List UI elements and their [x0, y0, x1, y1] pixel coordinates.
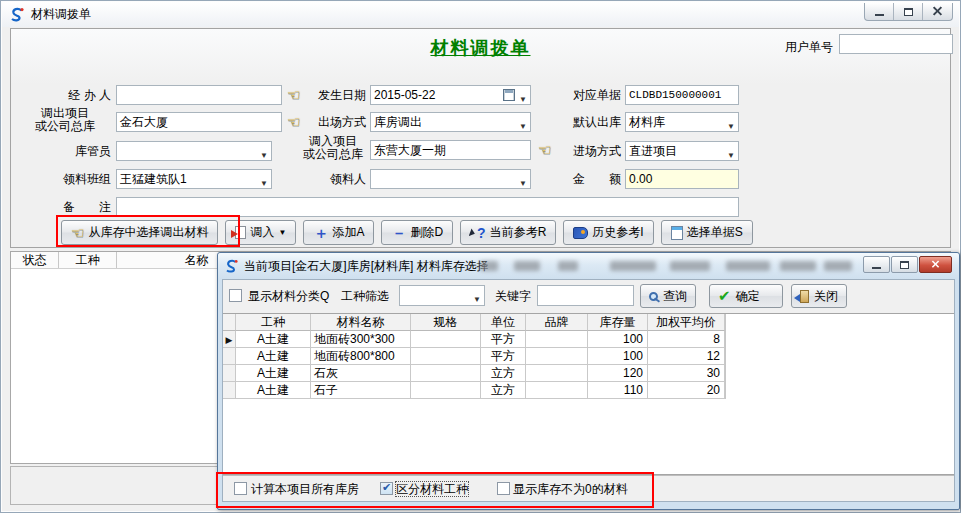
chevron-down-icon: ▼ — [278, 228, 286, 237]
current-row-icon: ▶ — [226, 335, 233, 345]
table-row[interactable]: A土建 石子 立方 110 20 — [223, 382, 725, 399]
worktype-filter-label: 工种筛选 — [341, 289, 389, 303]
show-nonzero-label[interactable]: 显示库存不为0的材料 — [513, 482, 628, 496]
inventory-table: 工种 材料名称 规格 单位 品牌 库存量 加权平均价 ▶ A土建 地面砖300*… — [223, 314, 726, 399]
transfer-in-icon — [235, 226, 246, 239]
delete-button[interactable]: －删除D — [381, 220, 453, 245]
redacted-text — [726, 261, 770, 271]
select-from-stock-button[interactable]: ☜从库存中选择调出材料 — [61, 220, 218, 245]
minus-icon: － — [391, 226, 406, 240]
hand-picker-icon[interactable]: ☜ — [287, 113, 300, 131]
add-button[interactable]: ＋添加A — [303, 220, 374, 245]
show-category-checkbox[interactable] — [229, 289, 242, 302]
inmode-select[interactable]: 直进项目▼ — [625, 141, 739, 161]
col-status[interactable]: 状态 — [11, 252, 59, 268]
col-material-name[interactable]: 材料名称 — [311, 314, 411, 331]
chevron-down-icon: ▼ — [727, 147, 735, 165]
transfer-in-button[interactable]: 调入▼ — [225, 220, 296, 245]
question-icon: ? — [477, 225, 486, 241]
dialog-maximize-button[interactable] — [891, 256, 918, 273]
col-worktype[interactable]: 工种 — [59, 252, 117, 268]
maximize-icon — [900, 261, 909, 269]
chevron-down-icon: ▼ — [473, 291, 481, 309]
notepad-icon — [671, 226, 683, 240]
selector-column-header — [223, 314, 236, 331]
dialog-client-area: 显示材料分类Q 工种筛选 ▼ 关键字 查询 ✔确定 关闭 工种 材料名称 规格 … — [222, 279, 955, 502]
minimize-icon — [875, 8, 884, 16]
hand-icon: ☜ — [71, 224, 84, 242]
outmode-label: 出场方式 — [301, 112, 366, 132]
default-store-select[interactable]: 材料库▼ — [625, 112, 739, 132]
redacted-text — [780, 261, 816, 271]
amount-input[interactable]: 0.00 — [625, 169, 739, 189]
table-row[interactable]: A土建 地面砖800*800 平方 100 12 — [223, 348, 725, 365]
close-icon — [931, 260, 940, 269]
show-nonzero-checkbox[interactable] — [497, 482, 510, 495]
date-label: 发生日期 — [301, 85, 366, 105]
ok-button[interactable]: ✔确定 — [709, 284, 783, 308]
chevron-down-icon: ▼ — [260, 147, 268, 165]
remark-input[interactable] — [116, 197, 739, 217]
calc-all-checkbox[interactable] — [234, 482, 247, 495]
table-row[interactable]: A土建 石灰 立方 120 30 — [223, 365, 725, 382]
close-button[interactable] — [923, 3, 952, 20]
keeper-select[interactable]: ▼ — [116, 141, 272, 161]
doc-no-label: 对应单据 — [556, 85, 621, 105]
hand-picker-icon[interactable]: ☜ — [287, 86, 300, 104]
out-project-input[interactable]: 金石大厦 — [116, 112, 282, 132]
user-no-label: 用户单号 — [785, 37, 833, 57]
minimize-button[interactable] — [865, 3, 894, 20]
chevron-down-icon: ▼ — [260, 175, 268, 193]
team-select[interactable]: 王猛建筑队1▼ — [116, 169, 272, 189]
operator-label: 经 办 人 — [41, 85, 111, 105]
book-icon — [573, 227, 588, 239]
col-avg-price[interactable]: 加权平均价 — [648, 314, 725, 331]
redacted-text — [558, 261, 578, 271]
close-dialog-button[interactable]: 关闭 — [791, 284, 847, 308]
plus-icon: ＋ — [313, 226, 328, 240]
minimize-icon — [872, 261, 881, 269]
col-spec[interactable]: 规格 — [411, 314, 481, 331]
default-store-label: 默认出库 — [556, 112, 621, 132]
user-no-input[interactable] — [839, 34, 953, 54]
col-stock-qty[interactable]: 库存量 — [588, 314, 648, 331]
outmode-select[interactable]: 库房调出▼ — [370, 112, 531, 132]
select-doc-button[interactable]: 选择单据S — [661, 220, 753, 245]
dialog-window-controls — [863, 256, 952, 273]
in-project-input[interactable]: 东营大厦一期 — [370, 140, 531, 160]
search-icon — [649, 292, 658, 301]
close-icon — [932, 6, 943, 17]
maximize-button[interactable] — [894, 3, 923, 20]
show-category-label[interactable]: 显示材料分类Q — [248, 289, 329, 303]
inventory-panel: 工种 材料名称 规格 单位 品牌 库存量 加权平均价 ▶ A土建 地面砖300*… — [223, 313, 954, 475]
table-row[interactable]: ▶ A土建 地面砖300*300 平方 100 8 — [223, 331, 725, 348]
worktype-filter-select[interactable]: ▼ — [399, 285, 485, 306]
picker-label: 领料人 — [301, 169, 366, 189]
col-worktype[interactable]: 工种 — [236, 314, 311, 331]
operator-input[interactable] — [116, 85, 282, 105]
chevron-down-icon[interactable]: ▼ — [519, 91, 527, 109]
current-ref-button[interactable]: ?当前参考R — [460, 220, 556, 245]
distinguish-checkbox[interactable] — [380, 482, 393, 495]
history-ref-button[interactable]: 历史参考I — [563, 220, 653, 245]
keyword-label: 关键字 — [495, 289, 531, 303]
inmode-label: 进场方式 — [556, 141, 621, 161]
doc-no-input[interactable]: CLDBD150000001 — [625, 85, 739, 105]
keyword-input[interactable] — [537, 285, 634, 306]
dialog-close-button[interactable] — [919, 256, 952, 273]
row-selector — [223, 348, 236, 365]
picker-select[interactable]: ▼ — [370, 169, 531, 189]
app-icon — [224, 259, 239, 274]
hand-picker-icon[interactable]: ☜ — [538, 141, 551, 159]
redacted-text — [480, 261, 498, 271]
dialog-minimize-button[interactable] — [863, 256, 890, 273]
col-unit[interactable]: 单位 — [481, 314, 526, 331]
keeper-label: 库管员 — [41, 141, 111, 161]
query-button[interactable]: 查询 — [640, 284, 696, 308]
calendar-icon[interactable] — [503, 89, 515, 101]
dialog-titlebar: 当前项目[金石大厦]库房[材料库] 材料库存选择 — [218, 253, 959, 279]
date-input[interactable]: 2015-05-22 ▼ — [370, 85, 531, 105]
calc-all-label[interactable]: 计算本项目所有库房 — [251, 482, 359, 496]
col-brand[interactable]: 品牌 — [526, 314, 588, 331]
distinguish-label[interactable]: 区分材料工种 — [396, 482, 468, 496]
